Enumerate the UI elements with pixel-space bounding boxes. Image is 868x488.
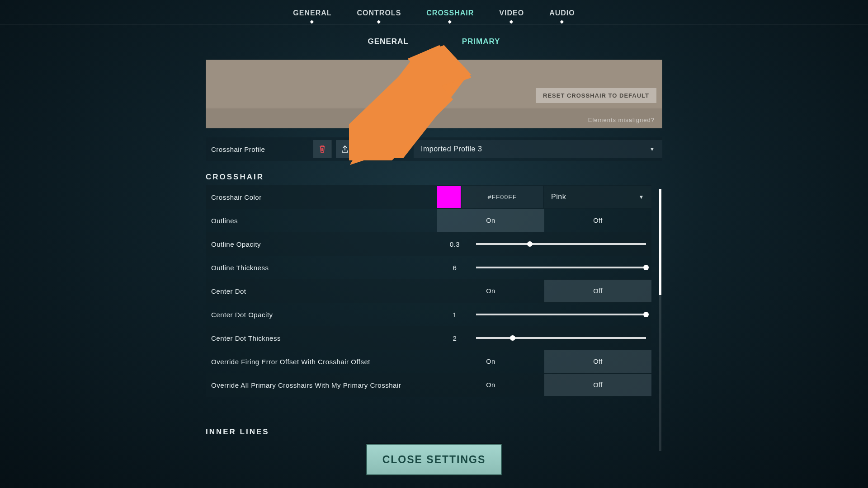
toggle-override-all: On Off xyxy=(437,374,651,396)
value-outline-opacity: 0.3 xyxy=(437,240,472,248)
reset-crosshair-button[interactable]: RESET CROSSHAIR TO DEFAULT xyxy=(536,88,656,103)
scrollbar[interactable] xyxy=(659,189,661,451)
label-outline-opacity: Outline Opacity xyxy=(206,240,437,248)
label-center-dot: Center Dot xyxy=(206,287,437,295)
label-override-firing: Override Firing Error Offset With Crossh… xyxy=(206,358,437,366)
slider-outline-thickness[interactable] xyxy=(476,267,646,268)
tab-crosshair[interactable]: CROSSHAIR xyxy=(426,9,474,17)
color-dropdown-value: Pink xyxy=(551,193,566,201)
row-outline-thickness: Outline Thickness 6 xyxy=(206,256,651,279)
label-outline-thickness: Outline Thickness xyxy=(206,264,437,272)
profile-select[interactable]: Imported Profile 3 ▼ xyxy=(414,140,662,158)
copy-profile-button[interactable] xyxy=(359,140,377,158)
import-code-button[interactable] xyxy=(381,140,399,158)
profile-label: Crosshair Profile xyxy=(206,145,313,153)
scrollbar-thumb[interactable] xyxy=(659,189,661,295)
label-override-all: Override All Primary Crosshairs With My … xyxy=(206,381,437,389)
slider-center-dot-thickness[interactable] xyxy=(476,337,646,339)
color-hex-input[interactable]: #FF00FF xyxy=(462,186,543,208)
label-center-dot-thickness: Center Dot Thickness xyxy=(206,334,437,342)
profile-bar: Crosshair Profile Imported Profile 3 ▼ xyxy=(206,137,662,161)
chevron-down-icon: ▼ xyxy=(650,146,655,152)
copy-icon xyxy=(363,145,372,153)
toggle-override-all-on[interactable]: On xyxy=(437,374,544,396)
toggle-outlines-on[interactable]: On xyxy=(437,209,544,232)
row-outline-opacity: Outline Opacity 0.3 xyxy=(206,232,651,256)
settings-topnav: GENERAL CONTROLS CROSSHAIR VIDEO AUDIO xyxy=(0,0,868,24)
value-outline-thickness: 6 xyxy=(437,264,472,272)
row-override-all: Override All Primary Crosshairs With My … xyxy=(206,373,651,397)
row-outlines: Outlines On Off xyxy=(206,209,651,232)
row-override-firing: Override Firing Error Offset With Crossh… xyxy=(206,350,651,373)
slider-center-dot-opacity[interactable] xyxy=(476,314,646,315)
misaligned-link[interactable]: Elements misaligned? xyxy=(588,117,655,123)
tab-controls[interactable]: CONTROLS xyxy=(357,9,401,17)
slider-outline-opacity[interactable] xyxy=(476,243,646,245)
close-settings-button[interactable]: CLOSE SETTINGS xyxy=(366,444,502,475)
toggle-outlines-off[interactable]: Off xyxy=(544,209,651,232)
crosshair-preview: RESET CROSSHAIR TO DEFAULT Elements misa… xyxy=(206,60,662,128)
toggle-override-firing: On Off xyxy=(437,350,651,373)
tab-general[interactable]: GENERAL xyxy=(293,9,331,17)
crosshair-subnav: GENERAL PRIMARY xyxy=(0,37,868,46)
row-center-dot-opacity: Center Dot Opacity 1 xyxy=(206,303,651,326)
color-dropdown[interactable]: Pink ▼ xyxy=(544,186,651,208)
export-profile-button[interactable] xyxy=(336,140,354,158)
value-center-dot-opacity: 1 xyxy=(437,311,472,319)
row-crosshair-color: Crosshair Color #FF00FF Pink ▼ xyxy=(206,185,651,209)
delete-icon xyxy=(319,145,326,153)
row-center-dot-thickness: Center Dot Thickness 2 xyxy=(206,326,651,350)
section-title-crosshair: CROSSHAIR xyxy=(206,173,662,182)
value-center-dot-thickness: 2 xyxy=(437,334,472,342)
settings-frame: RESET CROSSHAIR TO DEFAULT Elements misa… xyxy=(206,60,662,436)
tab-audio[interactable]: AUDIO xyxy=(549,9,575,17)
profile-select-value: Imported Profile 3 xyxy=(421,145,482,153)
label-crosshair-color: Crosshair Color xyxy=(206,193,437,201)
subtab-general[interactable]: GENERAL xyxy=(368,37,409,46)
import-code-icon xyxy=(386,145,395,153)
section-title-inner-lines: INNER LINES xyxy=(206,427,662,436)
toggle-center-dot-on[interactable]: On xyxy=(437,280,544,302)
label-outlines: Outlines xyxy=(206,217,437,225)
toggle-center-dot-off[interactable]: Off xyxy=(544,280,651,302)
settings-scroll-area: Crosshair Color #FF00FF Pink ▼ Outlines … xyxy=(206,185,662,436)
toggle-override-firing-on[interactable]: On xyxy=(437,350,544,373)
label-center-dot-opacity: Center Dot Opacity xyxy=(206,311,437,319)
toggle-center-dot: On Off xyxy=(437,280,651,302)
toggle-override-all-off[interactable]: Off xyxy=(544,374,651,396)
color-swatch[interactable] xyxy=(437,186,461,208)
chevron-down-icon: ▼ xyxy=(639,194,644,200)
tab-video[interactable]: VIDEO xyxy=(499,9,524,17)
toggle-override-firing-off[interactable]: Off xyxy=(544,350,651,373)
export-icon xyxy=(341,145,349,153)
row-center-dot: Center Dot On Off xyxy=(206,279,651,303)
subtab-primary[interactable]: PRIMARY xyxy=(462,37,500,46)
toggle-outlines: On Off xyxy=(437,209,651,232)
delete-profile-button[interactable] xyxy=(313,140,331,158)
